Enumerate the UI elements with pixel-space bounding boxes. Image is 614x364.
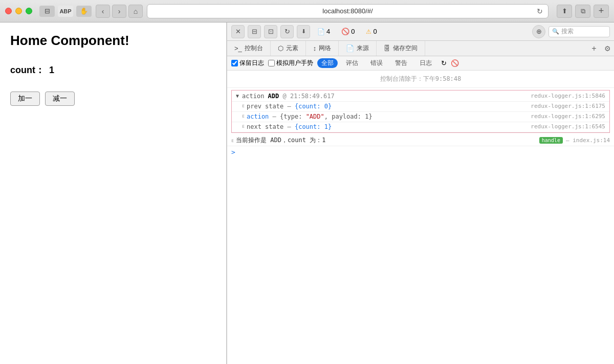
add-button[interactable]: 加一 — [10, 92, 40, 106]
warning-count-value: 0 — [373, 28, 377, 35]
maximize-button[interactable] — [26, 8, 32, 14]
address-text: localhost:8080/#/ — [322, 7, 372, 15]
traffic-lights — [5, 8, 32, 14]
count-label-text: count： — [10, 65, 45, 75]
titlebar-right-buttons: ⬆ ⧉ + — [557, 5, 609, 18]
subtract-button[interactable]: 减一 — [45, 92, 75, 106]
title-bar: ⊟ ABP ✋ ‹ › ⌂ localhost:8080/#/ ↻ ⬆ ⧉ + — [0, 0, 614, 22]
devtools-toolbar: ✕ ⊟ ⊡ ↻ ⬇ 📄 4 🚫 0 ⚠ 0 ⊕ 🔍 搜索 — [227, 22, 614, 41]
elements-tab-icon: ⬡ — [278, 44, 283, 52]
devtools-tabs: >_ 控制台 ⬡ 元素 ↕ 网络 📄 来源 🗄 储存空间 + ⚙ — [227, 41, 614, 56]
clear-console-icon[interactable]: 🚫 — [451, 59, 459, 67]
warning-count: ⚠ 0 — [362, 27, 381, 36]
prev-state-source: redux-logger.js:1:6175 — [525, 103, 605, 109]
handle-badge: handle — [539, 137, 563, 144]
simulate-input[interactable] — [268, 60, 275, 66]
refresh-button[interactable]: ↻ — [534, 5, 546, 17]
simulate-checkbox[interactable]: 模拟用户手势 — [268, 59, 313, 67]
chevron-right-icon: > — [231, 148, 235, 156]
share-button[interactable]: ⬆ — [557, 5, 572, 18]
filter-all-button[interactable]: 全部 — [317, 58, 338, 68]
console-tab-icon: >_ — [234, 44, 242, 52]
count-display: count： 1 — [10, 64, 216, 76]
redux-header-text: action ADD @ 21:58:49.617 — [242, 93, 335, 100]
console-area: 控制台清除于：下午9:58:48 action ADD @ 21:58:49.6… — [227, 71, 614, 364]
dock-button[interactable]: ⊟ — [248, 25, 261, 38]
extension-icon[interactable]: ✋ — [76, 6, 92, 17]
redux-action-row: ᴇ action – {type: "ADD", payload: 1} red… — [232, 112, 609, 122]
dock-bottom-button[interactable]: ⊡ — [264, 25, 277, 38]
devtools-search[interactable]: 🔍 搜索 — [549, 26, 610, 37]
back-button[interactable]: ‹ — [96, 5, 110, 18]
main-content: Home Component! count： 1 加一 减一 ✕ ⊟ ⊡ ↻ ⬇… — [0, 22, 614, 364]
redux-logger-block: action ADD @ 21:58:49.617 redux-logger.j… — [231, 90, 610, 133]
keep-log-input[interactable] — [231, 60, 238, 66]
tab-storage-label: 储存空间 — [393, 44, 418, 53]
tab-console[interactable]: >_ 控制台 — [227, 41, 271, 56]
left-panel: Home Component! count： 1 加一 减一 — [0, 22, 227, 364]
count-value: 1 — [49, 65, 54, 75]
home-button[interactable]: ⌂ — [128, 5, 143, 18]
sidebar-toggle-icon[interactable]: ⊟ — [39, 6, 55, 17]
current-op-text: 当前操作是 ADD，count 为：1 — [236, 136, 539, 145]
tab-elements-label: 元素 — [286, 44, 298, 53]
redux-header-source: redux-logger.js:1:5846 — [525, 93, 605, 99]
console-prompt[interactable]: > — [227, 146, 614, 158]
filter-bar: 保留日志 模拟用户手势 全部 评估 错误 警告 日志 ↻ 🚫 — [227, 56, 614, 71]
forward-button[interactable]: › — [112, 5, 126, 18]
simulate-label: 模拟用户手势 — [276, 59, 313, 67]
new-tab-button[interactable]: + — [594, 5, 609, 18]
search-icon: 🔍 — [552, 28, 559, 35]
current-op-row: ᴇ 当前操作是 ADD，count 为：1 handle — index.js:… — [227, 135, 614, 146]
search-placeholder: 搜索 — [561, 27, 574, 36]
document-count-value: 4 — [326, 28, 330, 35]
error-count-value: 0 — [351, 28, 355, 35]
tab-network[interactable]: ↕ 网络 — [306, 41, 339, 56]
current-op-source: — index.js:14 — [566, 137, 610, 144]
close-button[interactable] — [5, 8, 12, 14]
filter-log-button[interactable]: 日志 — [415, 58, 436, 68]
error-count: 🚫 0 — [337, 27, 359, 36]
tab-network-label: 网络 — [319, 44, 331, 53]
redux-next-state-row: ᴇ next state – {count: 1} redux-logger.j… — [232, 122, 609, 132]
sources-tab-icon: 📄 — [346, 44, 354, 52]
console-cleared-message: 控制台清除于：下午9:58:48 — [227, 71, 614, 88]
expand-arrow-icon — [236, 93, 239, 99]
action-buttons: 加一 减一 — [10, 92, 216, 106]
entry-icon-2: ᴇ — [242, 113, 245, 119]
filter-verbose-button[interactable]: 评估 — [342, 58, 362, 68]
op-entry-icon: ᴇ — [231, 138, 234, 143]
redux-group-header[interactable]: action ADD @ 21:58:49.617 redux-logger.j… — [232, 90, 609, 102]
storage-tab-icon: 🗄 — [384, 44, 390, 52]
add-panel-button[interactable]: + — [587, 41, 601, 56]
document-count: 📄 4 — [313, 27, 334, 36]
settings-button[interactable]: ⚙ — [601, 41, 614, 56]
refresh-console-icon[interactable]: ↻ — [441, 59, 447, 67]
keep-log-label: 保留日志 — [239, 59, 264, 67]
prev-state-label: prev state – {count: 0} — [247, 103, 332, 110]
filter-warning-button[interactable]: 警告 — [391, 58, 411, 68]
devtools-panel: ✕ ⊟ ⊡ ↻ ⬇ 📄 4 🚫 0 ⚠ 0 ⊕ 🔍 搜索 — [227, 22, 614, 364]
cleared-text: 控制台清除于：下午9:58:48 — [380, 75, 462, 82]
document-icon: 📄 — [317, 28, 325, 35]
download-button[interactable]: ⬇ — [297, 25, 310, 38]
keep-log-checkbox[interactable]: 保留日志 — [231, 59, 264, 67]
reload-button[interactable]: ↻ — [280, 25, 294, 38]
tab-elements[interactable]: ⬡ 元素 — [271, 41, 306, 56]
adblock-icon[interactable]: ABP — [58, 6, 73, 17]
duplicate-tab-button[interactable]: ⧉ — [575, 5, 590, 18]
next-state-label: next state – {count: 1} — [247, 123, 332, 130]
target-button[interactable]: ⊕ — [532, 25, 545, 38]
tab-sources-label: 来源 — [357, 44, 369, 53]
next-state-source: redux-logger.js:1:6545 — [525, 123, 605, 130]
warning-icon: ⚠ — [366, 28, 371, 35]
redux-prev-state-row: ᴇ prev state – {count: 0} redux-logger.j… — [232, 102, 609, 112]
filter-error-button[interactable]: 错误 — [366, 58, 387, 68]
tab-sources[interactable]: 📄 来源 — [339, 41, 377, 56]
minimize-button[interactable] — [15, 8, 22, 14]
close-devtools-button[interactable]: ✕ — [231, 25, 245, 38]
entry-icon-1: ᴇ — [242, 103, 245, 108]
address-bar[interactable]: localhost:8080/#/ ↻ — [147, 4, 549, 18]
tab-storage[interactable]: 🗄 储存空间 — [377, 41, 425, 56]
entry-icon-3: ᴇ — [242, 123, 245, 129]
